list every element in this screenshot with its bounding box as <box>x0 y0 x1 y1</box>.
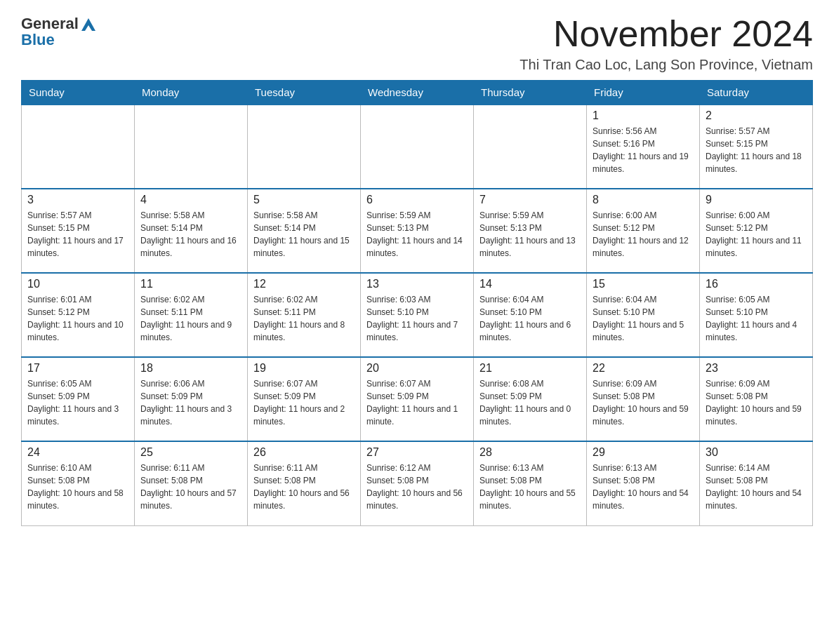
day-sun-info: Sunrise: 6:07 AM Sunset: 5:09 PM Dayligh… <box>253 377 355 428</box>
day-number: 26 <box>253 446 355 459</box>
title-section: November 2024 Thi Tran Cao Loc, Lang Son… <box>519 14 813 73</box>
header-monday: Monday <box>135 81 248 105</box>
day-number: 30 <box>706 446 807 459</box>
table-row: 20Sunrise: 6:07 AM Sunset: 5:09 PM Dayli… <box>361 357 474 441</box>
day-number: 20 <box>366 362 468 375</box>
day-number: 3 <box>27 194 128 206</box>
calendar-week-row: 10Sunrise: 6:01 AM Sunset: 5:12 PM Dayli… <box>22 273 813 357</box>
day-sun-info: Sunrise: 6:01 AM Sunset: 5:12 PM Dayligh… <box>27 293 128 344</box>
day-sun-info: Sunrise: 6:07 AM Sunset: 5:09 PM Dayligh… <box>366 377 468 428</box>
calendar-week-row: 17Sunrise: 6:05 AM Sunset: 5:09 PM Dayli… <box>22 357 813 441</box>
day-sun-info: Sunrise: 6:02 AM Sunset: 5:11 PM Dayligh… <box>253 293 355 344</box>
table-row: 25Sunrise: 6:11 AM Sunset: 5:08 PM Dayli… <box>135 441 248 525</box>
day-number: 7 <box>479 194 581 206</box>
table-row <box>248 105 361 189</box>
day-number: 14 <box>479 278 581 290</box>
location-subtitle: Thi Tran Cao Loc, Lang Son Province, Vie… <box>519 57 813 73</box>
day-sun-info: Sunrise: 6:14 AM Sunset: 5:08 PM Dayligh… <box>706 462 807 512</box>
header-thursday: Thursday <box>474 81 587 105</box>
day-number: 16 <box>706 278 807 290</box>
table-row: 1Sunrise: 5:56 AM Sunset: 5:16 PM Daylig… <box>587 105 700 189</box>
table-row: 5Sunrise: 5:58 AM Sunset: 5:14 PM Daylig… <box>248 189 361 273</box>
table-row <box>474 105 587 189</box>
day-sun-info: Sunrise: 6:03 AM Sunset: 5:10 PM Dayligh… <box>366 293 468 344</box>
day-number: 2 <box>706 109 807 122</box>
day-sun-info: Sunrise: 6:10 AM Sunset: 5:08 PM Dayligh… <box>27 462 128 512</box>
day-sun-info: Sunrise: 6:05 AM Sunset: 5:09 PM Dayligh… <box>27 377 128 428</box>
day-number: 21 <box>479 362 581 375</box>
calendar-table: Sunday Monday Tuesday Wednesday Thursday… <box>21 80 813 526</box>
day-sun-info: Sunrise: 6:00 AM Sunset: 5:12 PM Dayligh… <box>593 209 694 260</box>
day-number: 1 <box>593 109 694 122</box>
day-number: 29 <box>593 446 694 459</box>
day-number: 17 <box>27 362 128 375</box>
table-row: 9Sunrise: 6:00 AM Sunset: 5:12 PM Daylig… <box>700 189 813 273</box>
day-number: 10 <box>27 278 128 290</box>
day-sun-info: Sunrise: 6:02 AM Sunset: 5:11 PM Dayligh… <box>140 293 241 344</box>
table-row: 4Sunrise: 5:58 AM Sunset: 5:14 PM Daylig… <box>135 189 248 273</box>
table-row: 15Sunrise: 6:04 AM Sunset: 5:10 PM Dayli… <box>587 273 700 357</box>
header-tuesday: Tuesday <box>248 81 361 105</box>
day-sun-info: Sunrise: 5:58 AM Sunset: 5:14 PM Dayligh… <box>140 209 241 260</box>
logo-triangle-icon <box>81 15 95 31</box>
table-row: 19Sunrise: 6:07 AM Sunset: 5:09 PM Dayli… <box>248 357 361 441</box>
table-row: 6Sunrise: 5:59 AM Sunset: 5:13 PM Daylig… <box>361 189 474 273</box>
table-row: 24Sunrise: 6:10 AM Sunset: 5:08 PM Dayli… <box>22 441 135 525</box>
day-number: 28 <box>479 446 581 459</box>
table-row: 16Sunrise: 6:05 AM Sunset: 5:10 PM Dayli… <box>700 273 813 357</box>
table-row: 14Sunrise: 6:04 AM Sunset: 5:10 PM Dayli… <box>474 273 587 357</box>
day-sun-info: Sunrise: 6:11 AM Sunset: 5:08 PM Dayligh… <box>253 462 355 512</box>
table-row: 22Sunrise: 6:09 AM Sunset: 5:08 PM Dayli… <box>587 357 700 441</box>
day-sun-info: Sunrise: 6:09 AM Sunset: 5:08 PM Dayligh… <box>706 377 807 428</box>
table-row: 30Sunrise: 6:14 AM Sunset: 5:08 PM Dayli… <box>700 441 813 525</box>
table-row: 17Sunrise: 6:05 AM Sunset: 5:09 PM Dayli… <box>22 357 135 441</box>
calendar-week-row: 3Sunrise: 5:57 AM Sunset: 5:15 PM Daylig… <box>22 189 813 273</box>
table-row: 23Sunrise: 6:09 AM Sunset: 5:08 PM Dayli… <box>700 357 813 441</box>
day-sun-info: Sunrise: 6:00 AM Sunset: 5:12 PM Dayligh… <box>706 209 807 260</box>
day-number: 5 <box>253 194 355 206</box>
day-sun-info: Sunrise: 5:56 AM Sunset: 5:16 PM Dayligh… <box>593 125 694 175</box>
day-number: 13 <box>366 278 468 290</box>
day-number: 18 <box>140 362 241 375</box>
header-saturday: Saturday <box>700 81 813 105</box>
day-sun-info: Sunrise: 5:57 AM Sunset: 5:15 PM Dayligh… <box>27 209 128 260</box>
table-row <box>361 105 474 189</box>
day-sun-info: Sunrise: 6:12 AM Sunset: 5:08 PM Dayligh… <box>366 462 468 512</box>
calendar-week-row: 24Sunrise: 6:10 AM Sunset: 5:08 PM Dayli… <box>22 441 813 525</box>
table-row: 29Sunrise: 6:13 AM Sunset: 5:08 PM Dayli… <box>587 441 700 525</box>
table-row: 28Sunrise: 6:13 AM Sunset: 5:08 PM Dayli… <box>474 441 587 525</box>
day-number: 9 <box>706 194 807 206</box>
day-number: 25 <box>140 446 241 459</box>
day-sun-info: Sunrise: 5:57 AM Sunset: 5:15 PM Dayligh… <box>706 125 807 175</box>
table-row: 7Sunrise: 5:59 AM Sunset: 5:13 PM Daylig… <box>474 189 587 273</box>
table-row: 26Sunrise: 6:11 AM Sunset: 5:08 PM Dayli… <box>248 441 361 525</box>
table-row: 3Sunrise: 5:57 AM Sunset: 5:15 PM Daylig… <box>22 189 135 273</box>
day-number: 12 <box>253 278 355 290</box>
day-sun-info: Sunrise: 6:05 AM Sunset: 5:10 PM Dayligh… <box>706 293 807 344</box>
header-friday: Friday <box>587 81 700 105</box>
day-number: 15 <box>593 278 694 290</box>
day-number: 4 <box>140 194 241 206</box>
day-sun-info: Sunrise: 6:08 AM Sunset: 5:09 PM Dayligh… <box>479 377 581 428</box>
header-sunday: Sunday <box>22 81 135 105</box>
day-sun-info: Sunrise: 5:59 AM Sunset: 5:13 PM Dayligh… <box>366 209 468 260</box>
header-wednesday: Wednesday <box>361 81 474 105</box>
day-number: 27 <box>366 446 468 459</box>
table-row: 2Sunrise: 5:57 AM Sunset: 5:15 PM Daylig… <box>700 105 813 189</box>
day-number: 6 <box>366 194 468 206</box>
day-sun-info: Sunrise: 6:04 AM Sunset: 5:10 PM Dayligh… <box>479 293 581 344</box>
page-header: General Blue November 2024 Thi Tran Cao … <box>21 14 813 73</box>
day-sun-info: Sunrise: 6:13 AM Sunset: 5:08 PM Dayligh… <box>593 462 694 512</box>
table-row: 27Sunrise: 6:12 AM Sunset: 5:08 PM Dayli… <box>361 441 474 525</box>
month-title: November 2024 <box>519 14 813 54</box>
day-sun-info: Sunrise: 6:09 AM Sunset: 5:08 PM Dayligh… <box>593 377 694 428</box>
table-row <box>22 105 135 189</box>
logo-blue-text: Blue <box>21 31 55 49</box>
day-number: 8 <box>593 194 694 206</box>
day-sun-info: Sunrise: 6:13 AM Sunset: 5:08 PM Dayligh… <box>479 462 581 512</box>
day-number: 11 <box>140 278 241 290</box>
table-row: 12Sunrise: 6:02 AM Sunset: 5:11 PM Dayli… <box>248 273 361 357</box>
day-sun-info: Sunrise: 6:11 AM Sunset: 5:08 PM Dayligh… <box>140 462 241 512</box>
table-row: 13Sunrise: 6:03 AM Sunset: 5:10 PM Dayli… <box>361 273 474 357</box>
table-row: 10Sunrise: 6:01 AM Sunset: 5:12 PM Dayli… <box>22 273 135 357</box>
